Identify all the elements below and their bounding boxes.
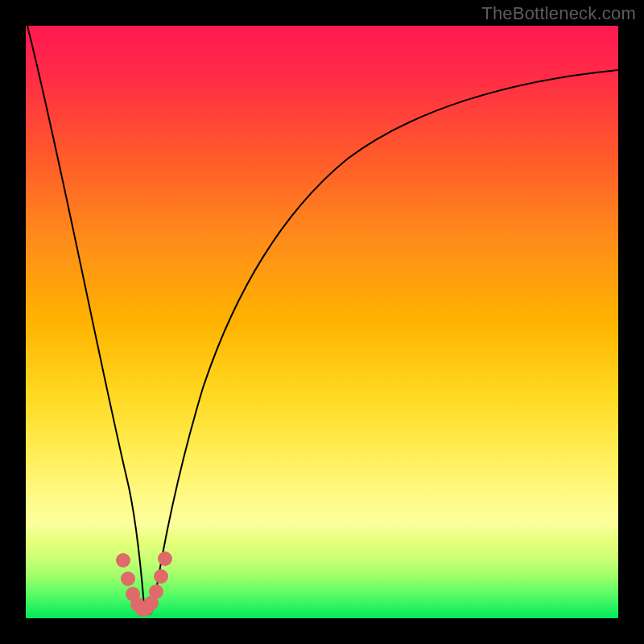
chart-frame: TheBottleneck.com bbox=[0, 0, 644, 644]
plot-area bbox=[26, 26, 618, 618]
bottleneck-curve-svg bbox=[26, 26, 618, 618]
bottleneck-curve bbox=[27, 26, 618, 614]
trough-marker bbox=[149, 584, 163, 599]
watermark-text: TheBottleneck.com bbox=[481, 3, 636, 24]
trough-marker bbox=[121, 572, 135, 586]
trough-marker-group bbox=[116, 551, 172, 617]
trough-marker bbox=[116, 553, 130, 568]
trough-marker bbox=[154, 569, 168, 584]
trough-marker bbox=[158, 551, 172, 566]
